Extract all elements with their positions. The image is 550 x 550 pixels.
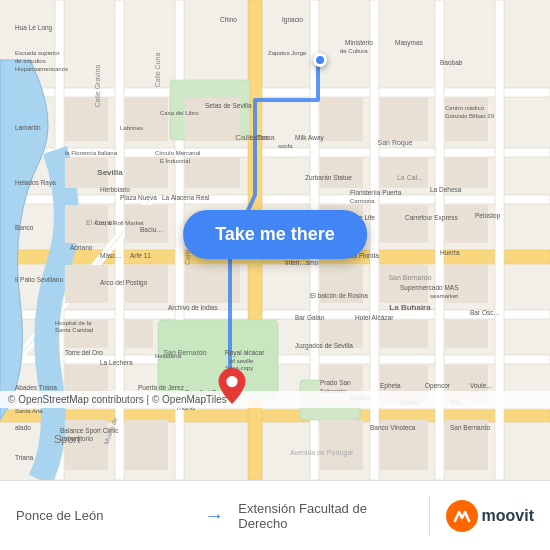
svg-text:Calle Cuna: Calle Cuna (154, 53, 161, 88)
svg-text:Centro médico: Centro médico (445, 105, 485, 111)
svg-text:Bar Galán: Bar Galán (295, 314, 325, 321)
svg-text:Pelostop: Pelostop (475, 212, 501, 220)
svg-text:Royal alcácar: Royal alcácar (225, 349, 265, 357)
svg-text:Puerta de Jerez: Puerta de Jerez (138, 384, 185, 391)
svg-rect-31 (380, 158, 428, 188)
svg-text:Juzgados de Sevilla: Juzgados de Sevilla (295, 342, 353, 350)
separator (429, 496, 430, 536)
moovit-logo: moovit (446, 500, 534, 532)
svg-text:Círculo Mercanal: Círculo Mercanal (155, 150, 200, 156)
svg-text:El balcón de Rosina: El balcón de Rosina (310, 292, 368, 299)
svg-text:Baobab: Baobab (440, 59, 463, 66)
svg-text:Epheta: Epheta (380, 382, 401, 390)
svg-rect-45 (125, 320, 153, 348)
svg-text:Avenida de Portugal: Avenida de Portugal (290, 449, 353, 457)
svg-text:Casa del Libro: Casa del Libro (160, 110, 199, 116)
svg-text:soofa: soofa (278, 143, 293, 149)
svg-text:Supermercado MAS: Supermercado MAS (400, 284, 459, 292)
svg-text:Sevilla: Sevilla (97, 168, 123, 177)
svg-rect-55 (320, 420, 363, 470)
current-location-marker (313, 53, 327, 67)
svg-text:Arfe 11: Arfe 11 (130, 252, 151, 259)
svg-text:Interi…smo: Interi…smo (285, 259, 319, 266)
from-label: Ponce de León (16, 508, 190, 523)
sport-label: Sport (54, 433, 80, 445)
svg-rect-47 (380, 320, 428, 348)
svg-rect-5 (0, 310, 550, 319)
svg-text:Ministerio: Ministerio (345, 39, 373, 46)
svg-text:Ignacio: Ignacio (282, 16, 303, 24)
svg-text:la Florencia Italiana: la Florencia Italiana (65, 150, 118, 156)
moovit-text: moovit (482, 507, 534, 525)
svg-rect-25 (380, 98, 428, 141)
svg-text:Hua Le Long: Hua Le Long (15, 24, 53, 32)
to-label-container: Extensión Facultad de Derecho (238, 501, 412, 531)
svg-text:Banco Vinoteca: Banco Vinoteca (370, 424, 416, 431)
svg-text:Zurbarán Statue: Zurbarán Statue (305, 174, 352, 181)
svg-point-155 (226, 376, 237, 387)
svg-text:Herbolario: Herbolario (100, 186, 130, 193)
svg-text:Carrefour Express: Carrefour Express (405, 214, 458, 222)
svg-text:San Roque: San Roque (377, 139, 412, 147)
svg-text:Helados Raya: Helados Raya (15, 179, 56, 187)
svg-rect-36 (380, 205, 428, 243)
svg-text:Calle Gravina: Calle Gravina (94, 65, 101, 108)
map-attribution: © OpenStreetMap contributors | © OpenMap… (0, 391, 550, 408)
svg-text:Floristeríia Puerta: Floristeríia Puerta (350, 189, 402, 196)
svg-text:de Cultura: de Cultura (340, 48, 368, 54)
take-me-there-button[interactable]: Take me there (183, 210, 367, 259)
moovit-icon (446, 500, 478, 532)
svg-text:La Alacena Real: La Alacena Real (162, 194, 210, 201)
svg-rect-22 (125, 98, 168, 141)
svg-rect-30 (320, 158, 363, 188)
svg-text:Banco: Banco (15, 224, 34, 231)
svg-text:Bar Osc…: Bar Osc… (470, 309, 500, 316)
svg-text:La Buhaira: La Buhaira (389, 303, 431, 312)
svg-text:Carmona: Carmona (350, 198, 375, 204)
svg-text:alado: alado (15, 424, 31, 431)
svg-text:Setas de Sevilla: Setas de Sevilla (205, 102, 252, 109)
svg-text:Másc…: Másc… (100, 252, 122, 259)
svg-text:San Bernardo: San Bernardo (388, 274, 431, 281)
svg-rect-32 (445, 158, 488, 188)
map-container: Calle Gravina Calle Cuna Calle Cuna Call… (0, 0, 550, 480)
bottom-bar: Ponce de León → Extensión Facultad de De… (0, 480, 550, 550)
svg-text:Labrines: Labrines (120, 125, 143, 131)
svg-text:Hospital de la: Hospital de la (55, 320, 92, 326)
svg-text:Santa Caridad: Santa Caridad (55, 327, 93, 333)
svg-text:Plaza Nueva: Plaza Nueva (120, 194, 157, 201)
svg-rect-48 (445, 320, 488, 348)
svg-rect-37 (445, 205, 488, 243)
svg-text:Gonzalo Bilbao 29: Gonzalo Bilbao 29 (445, 113, 495, 119)
svg-rect-1 (0, 88, 550, 97)
svg-rect-15 (495, 0, 504, 480)
destination-marker (218, 368, 246, 408)
svg-text:Opencor: Opencor (425, 382, 451, 390)
svg-rect-54 (125, 420, 168, 470)
svg-text:Il Patio Sevillano: Il Patio Sevillano (15, 276, 63, 283)
svg-text:Hispanoamericanos: Hispanoamericanos (15, 66, 68, 72)
svg-text:E Industrial: E Industrial (160, 158, 190, 164)
svg-text:Milk Away: Milk Away (295, 134, 325, 142)
svg-rect-14 (435, 0, 444, 480)
svg-rect-21 (65, 98, 108, 141)
svg-text:Masymas: Masymas (395, 39, 424, 47)
svg-text:Triana: Triana (15, 454, 34, 461)
to-label: Extensión Facultad de Derecho (238, 501, 412, 531)
svg-text:of seville: of seville (230, 358, 254, 364)
svg-text:de estudios: de estudios (15, 58, 46, 64)
svg-text:La Cal...: La Cal... (397, 174, 423, 181)
svg-text:Huerta: Huerta (440, 249, 460, 256)
svg-text:Heladería: Heladería (155, 353, 182, 359)
svg-text:Hotel Alcázar: Hotel Alcázar (355, 314, 394, 321)
svg-text:Coq & Roll Market: Coq & Roll Market (95, 220, 144, 226)
svg-rect-24 (320, 98, 363, 141)
svg-text:Voule...: Voule... (470, 382, 492, 389)
svg-text:Baciu…: Baciu… (140, 226, 163, 233)
svg-text:Leffies: Leffies (250, 134, 270, 141)
svg-text:Abades Triana: Abades Triana (15, 384, 57, 391)
svg-rect-29 (185, 158, 240, 188)
svg-text:Archivo de Indias: Archivo de Indias (168, 304, 219, 311)
svg-text:Zapatos Jorge: Zapatos Jorge (268, 50, 307, 56)
svg-text:seamarket: seamarket (430, 293, 458, 299)
